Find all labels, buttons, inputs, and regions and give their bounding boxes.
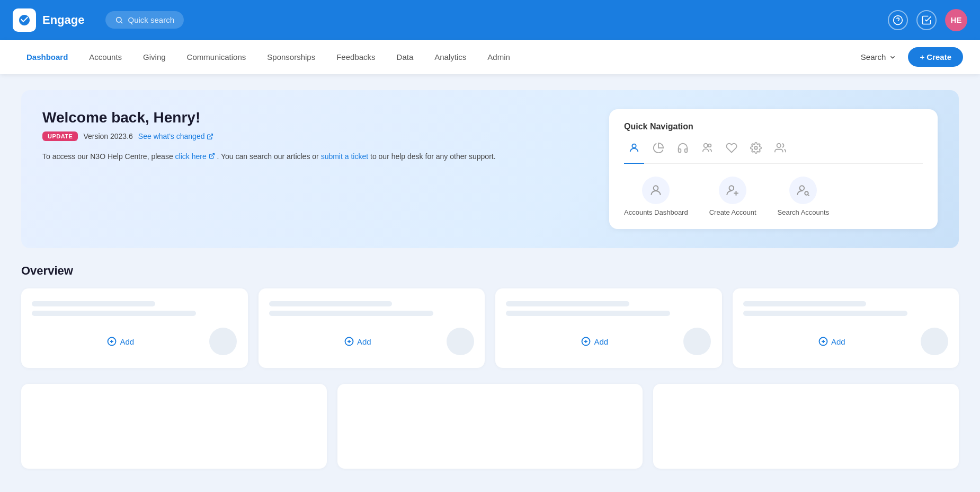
qn-tab-sponsorships[interactable] [697,140,717,164]
card-avatar-2 [447,328,474,355]
nav-item-admin[interactable]: Admin [478,48,520,66]
qn-item-create-account[interactable]: Create Account [709,177,756,216]
overview-section: Overview Add [21,264,959,469]
topbar: Engage Quick search HE [0,0,980,40]
quick-nav-panel: Quick Navigation [609,109,938,229]
welcome-left: Welcome back, Henry! UPDATE Version 2023… [42,109,593,229]
svg-line-1 [121,22,123,23]
help-text-mid: . You can search our articles or [217,152,319,161]
nav-item-accounts[interactable]: Accounts [79,48,131,66]
skeleton-line [269,311,433,316]
app-brand-label: Engage [42,13,84,27]
nav-item-dashboard[interactable]: Dashboard [17,48,77,66]
qn-tab-admin[interactable] [770,140,790,164]
nav-item-communications[interactable]: Communications [177,48,256,66]
nav-item-data[interactable]: Data [387,48,423,66]
app-logo[interactable] [13,8,36,32]
accounts-dashboard-icon [642,177,670,204]
svg-line-17 [808,195,809,196]
help-text-suffix: to our help desk for any other support. [370,152,496,161]
nav-item-giving[interactable]: Giving [133,48,175,66]
overview-title: Overview [21,264,959,278]
qn-item-search-accounts[interactable]: Search Accounts [778,177,830,216]
card-avatar-4 [921,328,948,355]
qn-tab-comms[interactable] [673,140,693,164]
update-badge: UPDATE [42,131,78,141]
nav-right-actions: Search + Create [856,47,963,67]
help-text-prefix: To access our N3O Help Centre, please [42,152,173,161]
quick-nav-tabs [624,140,923,164]
card-add-button-3[interactable]: Add [581,337,608,346]
svg-point-9 [754,146,758,150]
card-add-button-1[interactable]: Add [107,337,134,346]
search-accounts-icon [789,177,817,204]
submit-ticket-link[interactable]: submit a ticket [321,152,370,161]
card-add-row: Add [269,328,475,355]
overview-card-1: Add [21,288,248,368]
search-accounts-label: Search Accounts [778,208,830,216]
lower-cards-row [21,384,959,469]
skeleton-line [743,301,867,306]
skeleton-line [506,311,670,316]
topbar-actions: HE [888,9,967,31]
see-changes-link[interactable]: See what's changed [138,132,214,140]
lower-card-2 [337,384,643,469]
main-content: Welcome back, Henry! UPDATE Version 2023… [0,74,980,492]
nav-search-button[interactable]: Search [856,49,902,65]
version-text: Version 2023.6 [83,132,132,140]
update-badge-row: UPDATE Version 2023.6 See what's changed [42,131,593,141]
lower-card-1 [21,384,327,469]
skeleton-line [32,311,196,316]
svg-line-4 [210,134,213,137]
lower-card-3 [653,384,959,469]
welcome-section: Welcome back, Henry! UPDATE Version 2023… [21,90,959,248]
create-account-label: Create Account [709,208,756,216]
skeleton-line [506,301,629,306]
svg-point-0 [117,17,121,22]
notifications-button[interactable] [916,10,937,30]
create-button[interactable]: + Create [908,47,963,67]
card-add-button-2[interactable]: Add [344,337,371,346]
see-changes-label: See what's changed [138,132,205,140]
skeleton-line [269,301,393,306]
svg-point-16 [805,191,809,195]
card-add-button-4[interactable]: Add [818,337,845,346]
svg-point-11 [654,186,658,190]
card-add-row: Add [32,328,237,355]
skeleton-line [32,301,155,306]
nav-item-analytics[interactable]: Analytics [425,48,476,66]
skeleton-line [743,311,907,316]
welcome-title: Welcome back, Henry! [42,109,593,126]
qn-item-accounts-dashboard[interactable]: Accounts Dashboard [624,177,688,216]
card-add-row: Add [743,328,949,355]
qn-tab-accounts[interactable] [624,140,644,164]
card-avatar-3 [683,328,711,355]
svg-point-12 [729,186,734,190]
quick-nav-title: Quick Navigation [624,122,923,131]
quick-search-input[interactable]: Quick search [105,11,184,29]
nav-item-feedbacks[interactable]: Feedbacks [327,48,385,66]
svg-point-6 [632,144,636,148]
overview-card-4: Add [733,288,959,368]
help-text: To access our N3O Help Centre, please cl… [42,151,593,162]
nav-menu: Dashboard Accounts Giving Communications… [17,48,856,66]
help-button[interactable] [888,10,908,30]
click-here-link[interactable]: click here [175,152,209,161]
svg-point-7 [704,144,708,147]
card-add-row: Add [506,328,711,355]
qn-tab-settings[interactable] [746,140,766,164]
overview-card-2: Add [259,288,485,368]
svg-line-5 [211,154,215,157]
create-button-label: + Create [920,52,951,62]
quick-search-placeholder: Quick search [128,15,174,24]
create-account-icon [719,177,746,204]
svg-point-8 [708,144,711,147]
qn-tab-feedbacks[interactable] [721,140,742,164]
overview-card-3: Add [495,288,722,368]
nav-item-sponsorships[interactable]: Sponsorships [257,48,325,66]
accounts-dashboard-label: Accounts Dashboard [624,208,688,216]
navbar: Dashboard Accounts Giving Communications… [0,40,980,74]
qn-tab-giving[interactable] [648,140,669,164]
user-avatar[interactable]: HE [945,9,967,31]
quick-nav-items: Accounts Dashboard Create Account Search… [624,177,923,216]
